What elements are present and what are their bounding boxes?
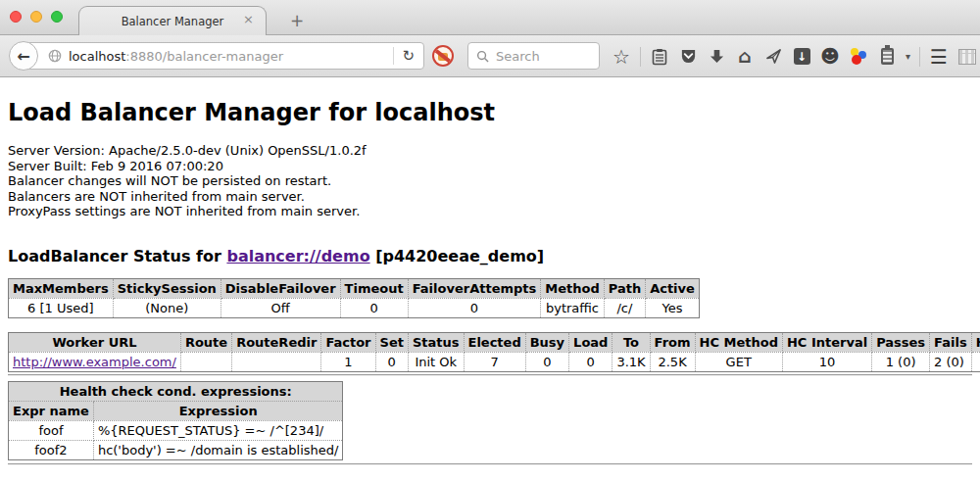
new-tab-button[interactable]: +	[290, 11, 304, 30]
globe-icon	[48, 49, 62, 63]
table-cell: Init Ok	[408, 352, 464, 371]
table-cell: /c/	[604, 298, 645, 317]
table-cell: 7	[464, 352, 525, 371]
window-minimize-button[interactable]	[30, 11, 42, 23]
balancers-notice-line: Balancers are NOT inherited from main se…	[8, 189, 972, 205]
persist-notice-line: Balancer changes will NOT be persisted o…	[8, 173, 972, 189]
pocket-glyph	[680, 48, 697, 65]
window-zoom-button[interactable]	[51, 11, 63, 23]
back-arrow-icon: ←	[17, 47, 29, 66]
table-cell: Yes	[646, 298, 700, 317]
column-header: Worker URL	[9, 332, 181, 352]
worker-url-link[interactable]: http://www.example.com/	[13, 355, 176, 369]
home-icon[interactable]: ⌂	[735, 47, 755, 67]
column-header: Set	[375, 332, 408, 352]
column-header: Expr name	[9, 401, 94, 420]
column-header: Active	[646, 278, 700, 298]
url-text[interactable]: localhost:8880/balancer-manager	[69, 49, 283, 64]
navigation-toolbar: ← localhost:8880/balancer-manager ↻ Sear…	[0, 35, 980, 77]
column-header: From	[650, 332, 695, 352]
feedback-smiley-icon[interactable]: ☻	[820, 47, 840, 67]
page-content: Load Balancer Manager for localhost Serv…	[0, 77, 980, 480]
table-cell: GET	[695, 352, 782, 371]
color-dots-glyph	[850, 48, 867, 66]
server-version-line: Server Version: Apache/2.5.0-dev (Unix) …	[8, 143, 972, 159]
table-cell: 0	[375, 352, 408, 371]
overflow-caret-icon[interactable]: ▾	[906, 51, 910, 62]
table-cell: 1 (0)	[872, 352, 930, 371]
column-header: HC uri	[971, 332, 980, 352]
column-header: To	[612, 332, 650, 352]
send-icon[interactable]	[763, 47, 783, 67]
table-cell: foof2	[9, 440, 94, 459]
menu-hamburger-icon[interactable]: ☰	[929, 47, 949, 67]
star-glyph: ☆	[612, 47, 630, 67]
worker-status-table: Worker URLRouteRouteRedirFactorSetStatus…	[8, 332, 972, 372]
column-header: Route	[180, 332, 231, 352]
column-header: Path	[604, 278, 645, 298]
search-icon	[476, 50, 489, 63]
table-row: http://www.example.com/10Init Ok7003.1K2…	[9, 352, 980, 371]
table-cell: %{REQUEST_STATUS} =~ /^[234]/	[93, 420, 343, 440]
column-header: Status	[408, 332, 464, 352]
column-header: Load	[569, 332, 612, 352]
window-titlebar: Balancer Manager × +	[0, 0, 980, 35]
table-cell	[180, 352, 231, 371]
table-cell: 0	[525, 352, 568, 371]
downloads-icon[interactable]	[707, 47, 726, 67]
prohibition-slash	[433, 48, 454, 66]
content-blocked-icon[interactable]	[432, 45, 454, 67]
section-divider	[8, 374, 972, 376]
search-placeholder: Search	[496, 49, 540, 64]
column-header: Factor	[321, 332, 375, 352]
home-glyph: ⌂	[738, 47, 752, 66]
column-header: Busy	[525, 332, 568, 352]
pocket-icon[interactable]	[678, 47, 698, 67]
table-row: foof%{REQUEST_STATUS} =~ /^[234]/	[9, 420, 343, 440]
table-cell: 3.1K	[612, 352, 650, 371]
smiley-glyph: ☻	[820, 47, 840, 66]
page-title: Load Balancer Manager for localhost	[8, 77, 972, 126]
browser-tab[interactable]: Balancer Manager ×	[78, 6, 267, 35]
table-cell: 6 [1 Used]	[9, 298, 114, 317]
colorful-extension-icon[interactable]	[849, 47, 868, 67]
footer-divider	[8, 463, 972, 465]
server-info: Server Version: Apache/2.5.0-dev (Unix) …	[8, 143, 972, 219]
table-cell: bytraffic	[541, 298, 604, 317]
window-close-button[interactable]	[10, 11, 22, 23]
column-header: Method	[541, 278, 604, 298]
column-header: Passes	[872, 332, 930, 352]
clipboard-glyph	[652, 48, 667, 66]
status-heading-suffix: [p4420eeae_demo]	[370, 247, 545, 265]
search-bar[interactable]: Search	[467, 42, 600, 70]
bookmark-star-icon[interactable]: ☆	[612, 47, 631, 67]
toolbar-divider	[640, 47, 641, 67]
battery-extension-icon[interactable]	[877, 47, 897, 67]
toolbar-divider	[919, 47, 920, 67]
url-domain: localhost	[69, 49, 125, 64]
table-title: Health check cond. expressions:	[9, 381, 343, 401]
url-bar[interactable]: localhost:8880/balancer-manager ↻	[24, 42, 424, 70]
reload-icon[interactable]: ↻	[402, 47, 415, 65]
tab-title: Balancer Manager	[122, 15, 224, 28]
save-to-device-icon[interactable]: ↓	[792, 47, 811, 67]
battery-glyph	[881, 48, 894, 65]
column-header: HC Method	[695, 332, 782, 352]
column-header: Elected	[464, 332, 525, 352]
hamburger-glyph: ☰	[930, 45, 948, 69]
column-header: HC Interval	[782, 332, 871, 352]
table-cell: 10	[782, 352, 871, 371]
column-header: FailoverAttempts	[408, 278, 541, 298]
table-cell: 2 (0)	[930, 352, 972, 371]
grid-glyph	[958, 49, 976, 65]
grid-icon[interactable]	[957, 47, 977, 67]
balancer-demo-link[interactable]: balancer://demo	[226, 247, 369, 265]
urlbar-divider	[393, 47, 394, 65]
column-header: Timeout	[340, 278, 408, 298]
back-button[interactable]: ←	[9, 41, 38, 71]
status-heading-prefix: LoadBalancer Status for	[8, 247, 226, 265]
column-header: DisableFailover	[220, 278, 340, 298]
clipboard-icon[interactable]	[650, 47, 669, 67]
column-header: Expression	[93, 401, 343, 420]
tab-close-icon[interactable]: ×	[243, 13, 254, 26]
